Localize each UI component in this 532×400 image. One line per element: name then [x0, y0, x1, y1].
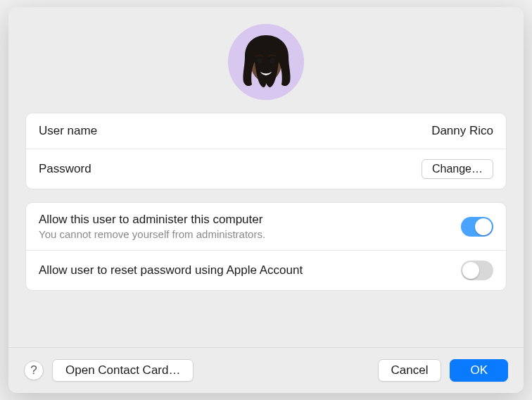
- avatar-memoji-icon: [228, 24, 304, 100]
- user-info-section: User name Danny Rico Password Change…: [25, 113, 507, 189]
- user-settings-dialog: User name Danny Rico Password Change… Al…: [8, 7, 524, 393]
- reset-password-toggle[interactable]: [461, 261, 493, 280]
- toggle-knob: [475, 218, 492, 235]
- reset-password-label: Allow user to reset password using Apple…: [39, 263, 303, 277]
- username-label: User name: [39, 124, 97, 138]
- change-password-button[interactable]: Change…: [422, 159, 493, 179]
- dialog-footer: ? Open Contact Card… Cancel OK: [8, 347, 524, 393]
- password-row: Password Change…: [26, 149, 506, 189]
- ok-button[interactable]: OK: [450, 359, 508, 382]
- admin-label: Allow this user to administer this compu…: [39, 213, 265, 227]
- open-contact-card-button[interactable]: Open Contact Card…: [52, 359, 194, 382]
- reset-password-row: Allow user to reset password using Apple…: [26, 250, 506, 290]
- toggle-knob: [462, 262, 479, 279]
- avatar-container: [25, 24, 507, 100]
- help-button[interactable]: ?: [24, 361, 44, 380]
- admin-row: Allow this user to administer this compu…: [26, 203, 506, 250]
- admin-sublabel: You cannot remove yourself from administ…: [39, 228, 265, 240]
- svg-point-3: [270, 58, 275, 63]
- admin-toggle[interactable]: [461, 217, 493, 237]
- svg-point-2: [258, 58, 262, 63]
- admin-text: Allow this user to administer this compu…: [39, 213, 265, 240]
- username-value: Danny Rico: [431, 124, 493, 138]
- username-row: User name Danny Rico: [26, 113, 506, 149]
- user-avatar[interactable]: [228, 24, 304, 100]
- cancel-button[interactable]: Cancel: [378, 359, 442, 382]
- dialog-content: User name Danny Rico Password Change… Al…: [8, 7, 524, 347]
- permissions-section: Allow this user to administer this compu…: [25, 202, 507, 291]
- password-label: Password: [39, 162, 91, 176]
